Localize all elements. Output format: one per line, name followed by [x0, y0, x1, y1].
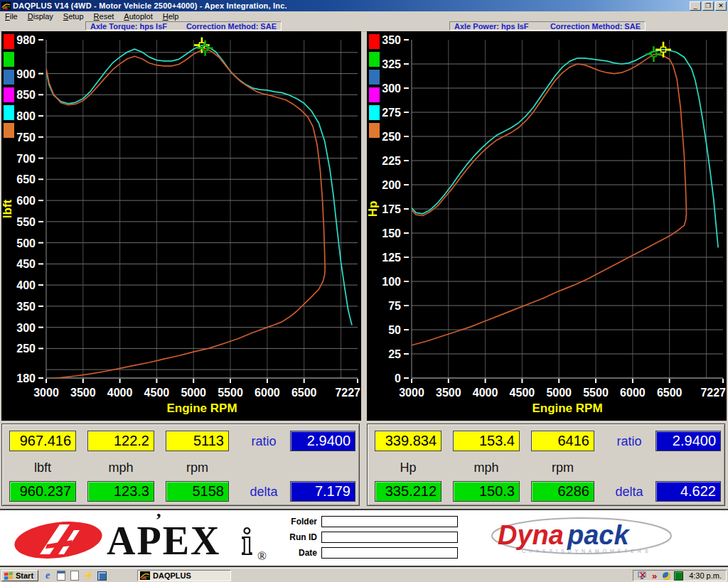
messenger-icon[interactable]	[97, 571, 107, 581]
dynapack-tagline: C H A S S I S D Y N A M O M E T E R S	[522, 549, 649, 554]
torque-readout-panel: 967.416 122.2 5113 ratio 2.9400 lbft mph…	[1, 424, 360, 506]
y-tick-label: 225	[382, 155, 401, 167]
outlook-page-icon[interactable]	[70, 571, 80, 581]
x-axis-label: Engine RPM	[166, 402, 237, 415]
apex-logo: ’ APEX i ®	[7, 513, 291, 564]
power-readout-panel: 339.834 153.4 6416 ratio 2.9400 Hp mph r…	[367, 424, 725, 506]
y-tick-label: 350	[382, 34, 401, 46]
legend-swatch-3	[4, 87, 14, 102]
registered-mark-icon: ®	[257, 549, 267, 563]
y-tick-label: 50	[388, 324, 401, 336]
torque-unit-label: lbft	[9, 459, 76, 476]
y-tick-label: 980	[16, 34, 36, 46]
x-axis-label: Engine RPM	[532, 402, 602, 415]
x-tick-label: 3000	[33, 387, 59, 399]
network-icon[interactable]	[674, 571, 683, 581]
run-id-label: Run ID	[272, 532, 321, 542]
y-tick-label: 650	[16, 173, 36, 185]
x-tick-label: 3500	[70, 387, 96, 399]
chart-header-bar: Axle Torque: hps IsF Correction Method: …	[0, 21, 728, 32]
legend-swatch-3	[369, 87, 380, 102]
menu-setup[interactable]: Setup	[58, 12, 89, 21]
power-chart-title: Axle Power: hps IsF	[454, 22, 529, 31]
menu-file[interactable]: File	[0, 12, 23, 21]
restore-button[interactable]: ❐	[702, 1, 714, 11]
application-window: DAQPLUS V14 (4WD - Motor Vehicle 2500+40…	[0, 0, 728, 582]
dynapack-logo: Dyna pack C H A S S I S D Y N A M O M E …	[488, 516, 675, 560]
clock[interactable]: 4:30 p.m.	[689, 571, 722, 580]
y-axis-label: lbft	[1, 199, 14, 218]
y-tick-label: 850	[16, 89, 36, 101]
folder-label: Folder	[272, 517, 321, 527]
y-tick-label: 300	[382, 82, 401, 95]
torque-peak-value: 960.237	[9, 481, 76, 502]
x-tick-label: 4000	[473, 387, 498, 399]
run-info-form: Folder Run ID Date	[272, 516, 458, 563]
power-ratio-label: ratio	[606, 434, 652, 449]
y-tick-label: 550	[16, 216, 36, 228]
incoming-arrows-icon[interactable]: »	[650, 571, 659, 581]
branding-strip: ’ APEX i ® Folder Run ID Date Dyna pack …	[0, 509, 728, 567]
menu-autoplot[interactable]: Autoplot	[119, 12, 157, 21]
apex-wordmark: APEX	[107, 519, 220, 563]
legend-swatch-5	[369, 123, 380, 138]
x-tick-label: 4000	[107, 387, 133, 399]
y-tick-label: 500	[16, 237, 36, 249]
run-id-input[interactable]	[321, 532, 458, 543]
power-chart-panel: 3503253002752502252001751501251007550250…	[367, 31, 727, 421]
menu-reset[interactable]: Reset	[89, 12, 119, 21]
title-bar[interactable]: DAQPLUS V14 (4WD - Motor Vehicle 2500+40…	[0, 0, 728, 11]
start-button[interactable]: Start	[1, 570, 38, 581]
torque-chart-canvas[interactable]: 9809008508007507006506005505004504003503…	[1, 31, 361, 421]
rpm-unit-label: rpm	[531, 459, 594, 476]
torque-delta-label: delta	[241, 485, 287, 500]
y-tick-label: 150	[382, 227, 401, 239]
x-tick-label: 7227	[700, 387, 726, 399]
y-tick-label: 250	[16, 343, 36, 355]
close-button[interactable]: ✕	[715, 1, 727, 11]
legend-swatch-0	[369, 34, 380, 49]
date-input[interactable]	[321, 547, 458, 559]
legend-swatch-1	[369, 52, 380, 67]
folder-input[interactable]	[321, 516, 458, 527]
torque-chart-title: Axle Torque: hps IsF	[90, 22, 167, 31]
menu-display[interactable]: Display	[23, 12, 58, 21]
x-tick-label: 3000	[399, 387, 424, 399]
x-tick-label: 5500	[218, 387, 243, 399]
windows-logo-icon	[4, 571, 14, 580]
torque-peak-mph: 123.3	[87, 481, 154, 502]
y-tick-label: 75	[388, 300, 401, 312]
system-tray: » 4:30 p.m.	[633, 570, 727, 581]
y-tick-label: 325	[382, 58, 401, 70]
display-error-icon[interactable]	[638, 571, 647, 581]
show-desktop-icon[interactable]	[56, 571, 66, 581]
task-button-label: DAQPLUS	[153, 571, 191, 580]
torque-ratio-value: 2.9400	[290, 431, 355, 451]
y-tick-label: 700	[16, 153, 36, 165]
power-chart-canvas[interactable]: 3503253002752502252001751501251007550250…	[367, 31, 727, 421]
globe-connection-icon[interactable]	[662, 571, 671, 581]
torque-peak-rpm: 5158	[166, 481, 229, 502]
series-power-run-cyan	[412, 50, 718, 248]
y-tick-label: 100	[382, 276, 401, 288]
x-tick-label: 6000	[620, 387, 646, 399]
legend-swatch-2	[369, 70, 380, 85]
menu-help[interactable]: Help	[158, 12, 184, 21]
y-tick-label: 250	[382, 131, 401, 143]
y-tick-label: 900	[16, 68, 36, 80]
daqplus-task-button[interactable]: DAQPLUS	[137, 570, 231, 581]
x-tick-label: 6500	[657, 387, 682, 399]
power-correction-method: Correction Method: SAE	[550, 22, 641, 31]
date-label: Date	[272, 548, 321, 558]
legend-swatch-4	[369, 105, 380, 120]
torque-cursor-rpm: 5113	[166, 431, 229, 451]
x-tick-label: 4500	[510, 387, 535, 399]
y-tick-label: 175	[382, 203, 401, 215]
torque-correction-method: Correction Method: SAE	[186, 22, 277, 31]
power-delta-label: delta	[606, 485, 652, 500]
media-player-icon[interactable]: ⚡	[83, 571, 93, 581]
internet-explorer-icon[interactable]: e	[43, 571, 53, 581]
torque-delta-value: 7.179	[290, 481, 355, 502]
power-chart-header: Axle Power: hps IsF Correction Method: S…	[449, 21, 646, 31]
minimize-button[interactable]: _	[690, 1, 701, 11]
